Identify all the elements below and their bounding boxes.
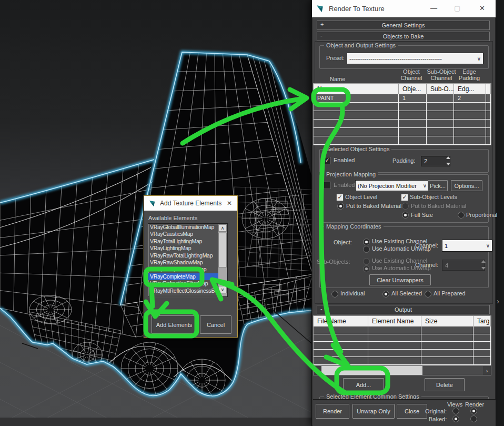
baked-views-radio[interactable] <box>452 415 459 422</box>
projection-modifier-dropdown[interactable]: (No Projection Modifier ∨ <box>355 180 429 191</box>
close-icon[interactable]: ✕ <box>227 200 232 207</box>
bake-col-header[interactable]: Sub-O... <box>427 84 454 94</box>
panel-expand-chevron[interactable]: › <box>497 296 499 305</box>
expand-icon[interactable]: + <box>320 21 324 27</box>
padding-spinner-arrows[interactable] <box>445 156 451 166</box>
output-table-row[interactable] <box>314 326 491 334</box>
sub-use-automatic-radio[interactable] <box>363 265 370 272</box>
element-list-item[interactable]: VRayRawShadowMap <box>148 259 227 266</box>
element-list-item[interactable]: VRayMtlReflectGlossinessB <box>148 288 227 294</box>
element-list-item[interactable]: VRayCompleteMap <box>148 273 227 280</box>
cancel-button[interactable]: Cancel <box>200 315 231 334</box>
element-list-item[interactable]: VRayLightingMap <box>148 245 227 252</box>
output-table-row[interactable] <box>314 357 491 365</box>
available-elements-list[interactable]: VRayGlobalIlluminationMapVRayCausticsMap… <box>148 223 228 297</box>
output-table-header[interactable]: File NameElement NameSizeTarg <box>314 316 491 326</box>
bake-table-header[interactable]: NameObje...Sub-O...Edg... <box>314 84 491 94</box>
original-views-radio[interactable] <box>452 408 459 414</box>
element-list-item[interactable]: VRayGlobalIlluminationMap <box>148 224 227 231</box>
all-selected-radio[interactable] <box>382 291 389 298</box>
sub-use-existing-radio[interactable] <box>363 258 370 265</box>
list-scrollbar[interactable]: ∧ ∨ <box>218 224 227 296</box>
unwrap-only-button[interactable]: Unwrap Only <box>352 404 395 419</box>
rtt-titlebar[interactable]: Render To Texture — ▢ ✕ <box>312 0 496 17</box>
collapse-icon[interactable]: - <box>320 32 322 38</box>
close-button-footer[interactable]: Close <box>397 404 427 419</box>
put-baked-sub-radio[interactable] <box>402 203 409 210</box>
output-table[interactable]: File NameElement NameSizeTarg <box>313 315 491 365</box>
original-render-radio[interactable] <box>470 408 477 414</box>
element-list-item[interactable]: VRayTotalLightingMap <box>148 238 227 245</box>
render-to-texture-window: Render To Texture — ▢ ✕ + General Settin… <box>311 0 496 426</box>
rollout-output[interactable]: - Output <box>317 305 490 314</box>
bake-table-row[interactable] <box>314 111 491 120</box>
element-list-item[interactable]: VRayRawTotalLightingMap <box>148 252 227 259</box>
output-col-header[interactable]: Targ <box>473 316 491 326</box>
spin-down-icon[interactable] <box>481 267 486 270</box>
element-list-item[interactable]: VRayRefractionFilterMap <box>148 280 227 287</box>
add-button[interactable]: Add... <box>343 378 384 391</box>
add-elements-button[interactable]: Add Elements <box>152 315 197 334</box>
projection-enabled-checkbox[interactable] <box>324 182 331 189</box>
object-level-checkbox[interactable]: ✓ <box>336 194 344 201</box>
scroll-left-icon[interactable]: ‹ <box>314 366 321 375</box>
bake-col-header[interactable]: Obje... <box>399 84 427 94</box>
bake-table-row[interactable]: PAINT12 <box>314 94 491 103</box>
bake-table-row[interactable] <box>314 120 491 128</box>
bake-table-row[interactable] <box>314 136 491 145</box>
screenshot-root: › Render To Texture — ▢ ✕ + General Sett… <box>0 0 504 426</box>
output-col-header[interactable]: File Name <box>314 316 368 326</box>
all-prepared-radio[interactable] <box>425 291 431 298</box>
output-table-row[interactable] <box>314 342 491 350</box>
use-existing-channel-radio[interactable] <box>363 239 370 245</box>
bake-col-header[interactable]: Name <box>314 84 399 94</box>
object-channel-dropdown[interactable]: 1 ∨ <box>442 240 492 252</box>
delete-button[interactable]: Delete <box>425 378 465 391</box>
put-baked-object-radio[interactable] <box>337 203 344 210</box>
bake-col-header[interactable] <box>486 84 491 94</box>
spin-up-icon[interactable] <box>481 260 486 263</box>
scroll-right-icon[interactable]: › <box>483 366 491 375</box>
bake-table-row[interactable] <box>314 128 491 136</box>
bake-cell <box>486 111 491 119</box>
output-col-header[interactable]: Element Name <box>368 316 421 326</box>
output-col-header[interactable]: Size <box>421 316 473 326</box>
minimize-button[interactable]: — <box>430 4 437 12</box>
rollout-general-settings[interactable]: + General Settings <box>317 21 490 30</box>
spin-up-icon[interactable] <box>446 156 450 159</box>
scroll-down-icon[interactable]: ∨ <box>218 286 227 293</box>
render-button[interactable]: Render <box>316 404 349 419</box>
rollout-objects-to-bake[interactable]: - Objects to Bake <box>317 32 490 41</box>
element-list-item[interactable]: VRayBumpNormalsMap <box>148 266 227 273</box>
options-button[interactable]: Options... <box>451 180 482 191</box>
output-cell <box>368 334 421 342</box>
pick-button[interactable]: Pick... <box>428 180 448 191</box>
preset-dropdown[interactable]: ----------------------------------------… <box>347 53 483 64</box>
individual-radio[interactable] <box>331 291 338 298</box>
element-list-item[interactable]: VRayCausticsMap <box>148 231 227 237</box>
bake-col-header[interactable]: Edg... <box>454 84 486 94</box>
sub-channel-spinner-arrows[interactable] <box>480 260 487 270</box>
clear-unwrappers-button[interactable]: Clear Unwrappers <box>369 274 431 285</box>
enabled-checkbox[interactable]: ✓ <box>324 157 331 164</box>
scrollbar-thumb[interactable] <box>218 233 227 268</box>
maximize-button[interactable]: ▢ <box>454 4 460 12</box>
output-hscrollbar[interactable]: ‹ › <box>313 365 491 375</box>
baked-render-radio[interactable] <box>470 415 477 422</box>
objects-to-bake-table[interactable]: NameObje...Sub-O...Edg... PAINT12 <box>313 83 491 145</box>
sub-object-levels-checkbox[interactable]: ✓ <box>401 194 408 201</box>
output-table-row[interactable] <box>314 350 491 358</box>
output-table-row[interactable] <box>314 334 491 342</box>
scroll-up-icon[interactable]: ∧ <box>218 224 227 232</box>
dialog-titlebar[interactable]: Add Texture Elements ✕ <box>144 196 237 211</box>
sub-channel-spinner[interactable]: 4 <box>442 260 485 271</box>
bake-table-row[interactable] <box>314 103 491 111</box>
use-automatic-unwrap-radio[interactable] <box>363 246 370 253</box>
proportional-radio[interactable] <box>458 212 465 219</box>
spin-down-icon[interactable] <box>446 163 450 165</box>
collapse-icon[interactable]: - <box>320 305 322 312</box>
close-button[interactable]: ✕ <box>479 4 485 12</box>
full-size-radio[interactable] <box>402 212 409 219</box>
scrollbar-thumb[interactable] <box>321 366 422 375</box>
put-baked-object-label: Put to Baked Material <box>346 203 401 209</box>
